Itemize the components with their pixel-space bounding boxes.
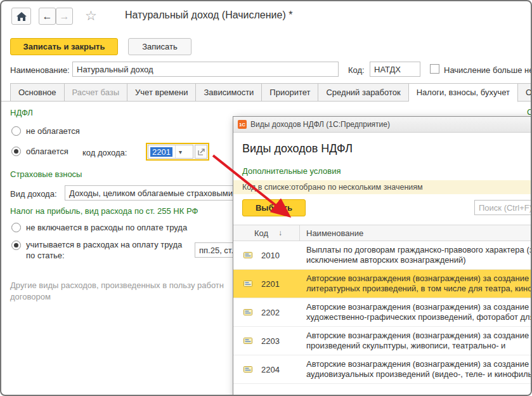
radio-not-included[interactable]: не включается в расходы по оплате труда — [11, 223, 187, 232]
code-label: Код: — [348, 65, 365, 75]
row-name-line2: аудиовизуальных произведений (видео-, те… — [306, 369, 532, 380]
favorite-star-icon[interactable]: ☆ — [85, 8, 97, 23]
code-input[interactable] — [370, 62, 420, 77]
table-row-2204[interactable]: 2204 Авторские вознаграждения (вознаграж… — [233, 355, 532, 384]
radio-label: не облагается — [26, 126, 80, 136]
table-row-2010[interactable]: 2010 Выплаты по договорам гражданско-пра… — [233, 241, 532, 270]
tab-osnovnoe[interactable]: Основное — [10, 83, 65, 102]
income-type-label: Вид дохода: — [10, 189, 57, 199]
page-title: Натуральный доход (Начисление) * — [125, 10, 292, 21]
forward-button[interactable]: → — [56, 8, 73, 25]
row-name-line1: Авторские вознаграждения (вознаграждения… — [306, 359, 532, 369]
income-code-value: 2201 — [150, 147, 172, 157]
tab-zavisimosti[interactable]: Зависимости — [196, 83, 262, 102]
radio-taxed[interactable]: облагается — [11, 147, 68, 156]
open-button[interactable] — [195, 145, 207, 159]
app-window: ← → ☆ Натуральный доход (Начисление) * З… — [0, 0, 532, 396]
row-code: 2010 — [261, 251, 294, 260]
popup-title: Виды доходов НДФЛ — [242, 142, 353, 155]
profit-tax-section-header: Налог на прибыль, вид расхода по ст. 255… — [10, 206, 198, 216]
filter-info-bar: Код в списке:отобрано по нескольким знач… — [233, 180, 532, 194]
catalog-item-icon — [243, 366, 252, 373]
name-label: Наименование: — [10, 65, 70, 75]
row-code: 2201 — [261, 279, 294, 289]
radio-label: учитывается в расходах на оплату труда п… — [26, 239, 190, 261]
save-close-button[interactable]: Записать и закрыть — [10, 38, 118, 55]
column-header-name[interactable]: Наименование — [300, 228, 363, 238]
row-name-line2: художественно-графических произведений, … — [306, 312, 532, 322]
select-button[interactable]: Выбрать — [242, 199, 306, 216]
row-code: 2203 — [261, 336, 294, 346]
note-text-line1: Другие виды расходов, произведенных в по… — [10, 280, 224, 290]
article-value: пп.25, ст. — [199, 246, 233, 255]
popup-titlebar[interactable]: 1С Виды доходов НДФЛ (1С:Предприятие) — [233, 117, 532, 133]
column-header-code[interactable]: Код ↓ — [233, 225, 300, 241]
sort-desc-icon: ↓ — [278, 228, 282, 237]
radio-selected-icon — [11, 241, 21, 250]
table-row-2201-selected[interactable]: 2201 Авторские вознаграждения (вознаграж… — [233, 270, 532, 298]
table-row-2203[interactable]: 2203 Авторские вознаграждения (вознаграж… — [233, 327, 532, 355]
tab-bar: Основное Расчет базы Учет времени Зависи… — [1, 83, 532, 102]
table-row-2202[interactable]: 2202 Авторские вознаграждения (вознаграж… — [233, 298, 532, 327]
row-code: 2202 — [261, 308, 294, 317]
note-text-line2: договором — [10, 292, 51, 301]
open-icon — [198, 148, 205, 155]
tab-uchet-vremeni[interactable]: Учет времени — [127, 83, 196, 102]
popup-titlebar-text: Виды доходов НДФЛ (1С:Предприятие) — [250, 120, 390, 129]
row-code: 2204 — [261, 365, 294, 374]
row-name-line1: Выплаты по договорам гражданско-правовог… — [306, 245, 532, 255]
radio-included[interactable]: учитывается в расходах на оплату труда п… — [11, 239, 190, 261]
row-name-line2: литературных произведений, в том числе д… — [306, 284, 532, 294]
radio-label: не включается в расходы по оплате труда — [26, 223, 187, 232]
row-name: Авторские вознаграждения (вознаграждения… — [306, 359, 532, 380]
flag-label: Начисление больше не — [444, 65, 532, 75]
name-input[interactable] — [72, 62, 339, 77]
tab-prioritet[interactable]: Приоритет — [262, 83, 318, 102]
row-name-line1: Авторские вознаграждения (вознаграждения… — [306, 274, 532, 284]
popup-window: 1С Виды доходов НДФЛ (1С:Предприятие) Ви… — [233, 116, 532, 396]
1c-app-icon: 1С — [238, 120, 247, 129]
catalog-item-icon — [243, 308, 252, 316]
catalog-item-icon — [243, 337, 252, 345]
table-header: Код ↓ Наименование — [233, 225, 532, 241]
insurance-section-header: Страховые взносы — [10, 169, 82, 179]
additional-conditions-link[interactable]: Дополнительные условия — [242, 166, 341, 176]
row-name-line1: Авторские вознаграждения (вознаграждения… — [306, 302, 532, 312]
row-name: Выплаты по договорам гражданско-правовог… — [306, 245, 532, 265]
catalog-item-icon — [243, 251, 252, 259]
radio-label: облагается — [26, 147, 68, 156]
income-code-label: код дохода: — [82, 148, 127, 157]
back-icon: ← — [42, 11, 53, 22]
row-name-line2: произведений скульптуры, живописи, театр… — [306, 341, 532, 351]
tab-opisanie[interactable]: Описание — [518, 83, 532, 102]
row-name: Авторские вознаграждения (вознаграждения… — [306, 302, 532, 322]
radio-icon — [11, 223, 21, 232]
back-button[interactable]: ← — [39, 8, 56, 25]
home-icon — [16, 12, 27, 21]
save-button[interactable]: Записать — [128, 38, 191, 55]
forward-icon: → — [60, 11, 70, 22]
column-code-label: Код — [254, 228, 268, 238]
search-input[interactable] — [474, 200, 532, 215]
dropdown-icon[interactable]: ▾ — [175, 145, 185, 158]
row-name-line1: Авторские вознаграждения (вознаграждения… — [306, 331, 532, 341]
right-green-link[interactable]: С — [527, 107, 532, 117]
catalog-item-icon — [243, 280, 252, 287]
filter-info-text: Код в списке:отобрано по нескольким знач… — [242, 183, 423, 192]
home-button[interactable] — [11, 8, 31, 25]
row-name: Авторские вознаграждения (вознаграждения… — [306, 274, 532, 294]
tab-sredniy-zarabotok[interactable]: Средний заработок — [318, 83, 408, 102]
row-name-line2: исключением авторских вознаграждений) — [306, 255, 532, 265]
ndfl-section-header: НДФЛ — [10, 108, 33, 117]
column-name-label: Наименование — [306, 228, 363, 238]
radio-icon — [11, 126, 21, 136]
radio-not-taxed[interactable]: не облагается — [11, 126, 80, 136]
radio-selected-icon — [11, 147, 21, 156]
flag-checkbox[interactable] — [430, 64, 439, 74]
row-name: Авторские вознаграждения (вознаграждения… — [306, 331, 532, 351]
income-code-combo[interactable]: 2201 ▾ — [146, 143, 209, 161]
tab-nalogi-vznosy-buhuchet[interactable]: Налоги, взносы, бухучет — [409, 83, 518, 102]
tab-raschet-bazy: Расчет базы — [65, 83, 128, 102]
